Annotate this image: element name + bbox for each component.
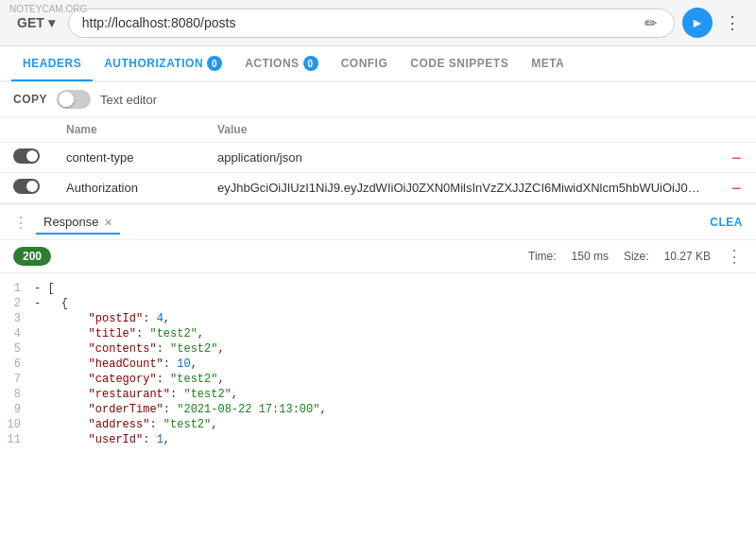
line-number: 5 (0, 342, 34, 356)
json-line: 5 "contents": "test2", (0, 341, 756, 357)
tab-meta[interactable]: META (520, 47, 576, 81)
tab-config[interactable]: CONFIG (330, 47, 400, 81)
text-editor-label: Text editor (100, 93, 157, 107)
line-number: 2 (0, 297, 34, 310)
headers-table: Name Value content-type application/json… (0, 117, 756, 203)
table-row: content-type application/json − (0, 143, 756, 173)
tabs-bar: HEADERS AUTHORIZATION0 ACTIONS0 CONFIG C… (0, 46, 756, 82)
clear-button[interactable]: CLEA (710, 216, 743, 229)
json-line: 7 "category": "test2", (0, 372, 756, 387)
status-badge: 200 (13, 247, 51, 266)
headers-section: COPY Text editor Name Value conten (0, 82, 756, 203)
json-line: 6 "headCount": 10, (0, 357, 756, 372)
json-line: 1- [ (0, 281, 756, 296)
response-tab-label: Response (43, 215, 99, 229)
watermark: NOTEYCAM.ORG (4, 2, 93, 16)
line-content: "postId": 4, (34, 312, 170, 325)
size-value: 10.27 KB (664, 250, 711, 263)
response-header: ⋮ Response × CLEA (0, 205, 756, 240)
top-bar: GET ▾ http://localhost:8080/posts ✏ ► ⋮ (0, 0, 756, 46)
tab-authorization[interactable]: AUTHORIZATION0 (93, 46, 233, 82)
table-row: Authorization eyJhbGciOiJIUzI1NiJ9.eyJzd… (0, 173, 756, 203)
row-toggle-cell-2[interactable] (0, 173, 53, 203)
drag-dots: ⋮ (13, 214, 28, 232)
row-toggle-cell[interactable] (0, 143, 53, 173)
line-content: "category": "test2", (34, 373, 225, 386)
headers-toolbar: COPY Text editor (0, 82, 756, 117)
remove-header-1-button[interactable]: − (731, 149, 742, 166)
response-panel: ⋮ Response × CLEA 200 Time: 150 ms Size:… (0, 203, 756, 472)
line-content: "restaurant": "test2", (34, 388, 238, 401)
line-number: 8 (0, 388, 34, 401)
col-toggle-header (0, 117, 53, 143)
line-number: 4 (0, 327, 34, 340)
actions-badge: 0 (303, 56, 318, 71)
line-content: - [ (34, 282, 55, 295)
copy-button[interactable]: COPY (13, 93, 47, 106)
json-line: 4 "title": "test2", (0, 326, 756, 341)
text-editor-toggle[interactable] (57, 90, 91, 109)
json-line: 10 "address": "test2", (0, 417, 756, 432)
remove-header-2-button[interactable]: − (731, 180, 742, 197)
line-number: 1 (0, 282, 34, 295)
tab-headers[interactable]: HEADERS (11, 47, 93, 81)
col-name-header: Name (53, 117, 204, 143)
url-text[interactable]: http://localhost:8080/posts (82, 15, 641, 30)
json-line: 8 "restaurant": "test2", (0, 387, 756, 402)
response-tab[interactable]: Response × (36, 211, 120, 235)
json-line: 11 "userId": 1, (0, 432, 756, 447)
json-line: 3 "postId": 4, (0, 311, 756, 326)
line-content: "orderTime": "2021-08-22 17:13:00", (34, 403, 327, 416)
more-options-button[interactable]: ⋮ (720, 12, 745, 33)
method-label: GET (17, 15, 44, 30)
line-number: 3 (0, 312, 34, 325)
col-action-header (718, 117, 756, 143)
header-value-1[interactable]: application/json (204, 143, 718, 173)
col-value-header: Value (204, 117, 718, 143)
line-content: "contents": "test2", (34, 342, 225, 356)
line-number: 6 (0, 357, 34, 371)
header-value-2[interactable]: eyJhbGciOiJIUzI1NiJ9.eyJzdWIiOiJ0ZXN0Mil… (204, 173, 718, 203)
toggle-thumb (59, 92, 74, 107)
url-bar: http://localhost:8080/posts ✏ (68, 9, 675, 38)
authorization-badge: 0 (207, 56, 222, 71)
close-response-tab-button[interactable]: × (105, 216, 112, 229)
header-name-1[interactable]: content-type (53, 143, 204, 173)
line-number: 7 (0, 373, 34, 386)
size-label: Size: (624, 250, 649, 263)
row-toggle-2[interactable] (13, 179, 40, 194)
tab-code-snippets[interactable]: CODE SNIPPETS (399, 47, 520, 81)
row-toggle-thumb-1 (26, 150, 38, 162)
send-button[interactable]: ► (682, 8, 713, 38)
line-content: - { (34, 297, 68, 310)
status-meta: Time: 150 ms Size: 10.27 KB ⋮ (528, 246, 743, 267)
line-number: 9 (0, 403, 34, 416)
line-content: "address": "test2", (34, 418, 217, 431)
line-number: 11 (0, 433, 34, 446)
line-content: "headCount": 10, (34, 357, 198, 371)
status-bar: 200 Time: 150 ms Size: 10.27 KB ⋮ (0, 240, 756, 273)
line-content: "title": "test2", (34, 327, 204, 340)
line-content: "userId": 1, (34, 433, 170, 446)
row-toggle-thumb-2 (26, 181, 38, 192)
row-toggle-1[interactable] (13, 148, 40, 164)
header-name-2[interactable]: Authorization (53, 173, 204, 203)
line-number: 10 (0, 418, 34, 431)
json-line: 9 "orderTime": "2021-08-22 17:13:00", (0, 402, 756, 417)
edit-url-button[interactable]: ✏ (641, 14, 661, 32)
tab-actions[interactable]: ACTIONS0 (233, 46, 330, 82)
time-label: Time: (528, 250, 557, 263)
send-icon: ► (691, 15, 704, 30)
json-line: 2- { (0, 296, 756, 311)
method-chevron: ▾ (48, 15, 55, 30)
time-value: 150 ms (572, 250, 609, 263)
response-more-button[interactable]: ⋮ (726, 246, 743, 267)
json-viewer: 1- [2- {3 "postId": 4,4 "title": "test2"… (0, 273, 756, 472)
